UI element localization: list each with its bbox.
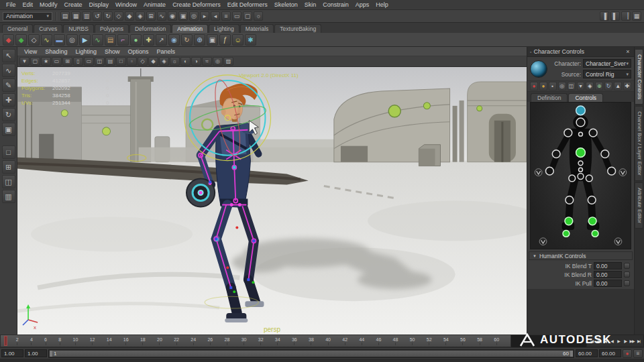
slider-handle-icon[interactable] [624, 272, 630, 278]
shelf-set-breakdown-icon[interactable]: ◆ [15, 34, 27, 46]
undo-icon[interactable]: ↺ [93, 11, 102, 21]
menu-item[interactable]: Skin [301, 1, 320, 8]
layout-single-pane[interactable]: □ [2, 145, 15, 159]
new-scene-icon[interactable]: ▤ [60, 11, 70, 21]
viewport-menu-item[interactable]: Lighting [71, 48, 101, 55]
textured-icon[interactable]: ◈ [159, 57, 169, 66]
shelf-driven-key-icon[interactable]: ◇ [28, 34, 40, 46]
shelf-aim-constraint-icon[interactable]: ⊕ [194, 34, 205, 46]
playback-end-field[interactable]: 60.00 [599, 349, 621, 357]
step-forward-key-button[interactable]: ▶▶ [629, 339, 635, 343]
viewport-menu-item[interactable]: Shading [41, 48, 71, 55]
key-full-body-icon[interactable]: ● [530, 82, 538, 90]
rig-joint-left-ankle[interactable] [565, 217, 573, 225]
construction-history-icon[interactable]: ≡ [221, 11, 231, 21]
viewport-menu-item[interactable]: Show [101, 48, 124, 55]
source-select[interactable]: Control Rig ▾ [583, 70, 631, 78]
rig-joint-chest[interactable] [576, 148, 586, 158]
isolate-select-icon[interactable]: ◎ [213, 57, 223, 66]
value-field[interactable]: 0.00 [594, 262, 622, 269]
camera-select-icon[interactable]: ▼ [19, 57, 30, 66]
rig-joint-left-shoulder[interactable] [564, 129, 572, 137]
film-gate-icon[interactable]: ▯ [73, 57, 83, 66]
ik-fk-blend-icon[interactable]: ◈ [586, 82, 594, 90]
shelf-character-icon[interactable]: ☺ [232, 34, 244, 46]
attribute-editor-toggle-icon[interactable]: ▐ [600, 11, 609, 21]
open-scene-icon[interactable]: ▦ [71, 11, 80, 21]
slider-handle-icon[interactable] [624, 263, 630, 269]
character-select[interactable]: Character_Sven ▾ [583, 59, 631, 68]
shelf-parent-icon[interactable]: ↗ [156, 34, 167, 46]
menu-item[interactable]: Help [372, 1, 392, 8]
value-field[interactable]: 0.00 [594, 271, 622, 278]
character-rig-picker[interactable] [530, 102, 631, 249]
shelf-tab[interactable]: Animation [172, 24, 208, 33]
animation-end-field[interactable]: 60.00 [576, 349, 598, 357]
menu-item[interactable]: Skeleton [271, 1, 301, 8]
menu-item[interactable]: Constrain [319, 1, 352, 8]
bookmarks-icon[interactable]: ★ [41, 57, 51, 66]
layout-two-pane[interactable]: ◫ [2, 175, 15, 188]
layout-outliner-pane[interactable]: ▥ [2, 190, 15, 203]
image-plane-icon[interactable]: ▭ [52, 57, 62, 66]
menu-set-dropdown[interactable]: Animation▾ [3, 12, 52, 21]
shelf-tab[interactable]: Polygons [95, 24, 129, 33]
time-slider[interactable]: 2468101214161820222426283032343638404244… [0, 335, 511, 347]
workspace-toggle-icon[interactable]: ▦ [632, 11, 641, 21]
shelf-tab[interactable]: TextureBaking [274, 24, 321, 33]
panel-tab[interactable]: Controls [568, 93, 603, 102]
viewport-menu-item[interactable]: Panels [152, 48, 179, 55]
snap-plane-icon[interactable]: ▣ [178, 11, 188, 21]
ipr-render-icon[interactable]: ▢ [243, 11, 252, 21]
humanik-controls-section[interactable]: ▼ HumanIK Controls [529, 251, 633, 260]
menu-item[interactable]: Animate [140, 1, 169, 8]
auto-keyframe-button[interactable]: ● [623, 349, 632, 358]
viewport-menu-item[interactable]: View [20, 48, 41, 55]
playback-start-field[interactable]: 1.00 [1, 349, 23, 357]
shelf-playblast-icon[interactable]: ▶ [79, 34, 91, 46]
gate-mask-icon[interactable]: ◫ [95, 57, 105, 66]
rig-joint-head-effector[interactable] [576, 106, 586, 115]
rig-joint-left-knee[interactable] [566, 196, 574, 204]
rig-joint-right-knee[interactable] [588, 196, 596, 204]
key-body-part-icon[interactable]: ● [539, 82, 547, 90]
grid-toggle-icon[interactable]: ⊞ [62, 57, 72, 66]
pin-translate-icon[interactable]: ⊕ [595, 82, 603, 90]
select-all-effectors-icon[interactable]: ▪ [549, 82, 557, 90]
lock-icon[interactable]: ▲ [614, 82, 622, 90]
rig-joint-right-elbow[interactable] [601, 150, 609, 158]
rotate-tool[interactable]: ↻ [2, 108, 15, 121]
render-settings-icon[interactable]: ☼ [254, 11, 263, 21]
output-connections-icon[interactable]: ◂ [211, 11, 220, 21]
shelf-tab[interactable]: Lighting [209, 24, 239, 33]
close-icon[interactable]: × [625, 48, 631, 55]
wireframe-icon[interactable]: ◇ [138, 57, 148, 66]
rig-joint-left-wrist[interactable] [545, 167, 553, 175]
pin-rotate-icon[interactable]: ↻ [604, 82, 612, 90]
layout-four-pane[interactable]: ⊞ [2, 160, 15, 174]
shelf-constraint-icon[interactable]: ✚ [143, 34, 154, 46]
go-to-end-button[interactable]: ▶| [636, 339, 642, 343]
make-live-icon[interactable]: ◎ [189, 11, 199, 21]
rig-joint-right-wrist[interactable] [608, 167, 616, 175]
shelf-scale-constraint-icon[interactable]: ▣ [207, 34, 218, 46]
menu-item[interactable]: File [3, 1, 19, 8]
input-connections-icon[interactable]: ▸ [200, 11, 209, 21]
save-scene-icon[interactable]: ▥ [82, 11, 91, 21]
shelf-ik-handle-icon[interactable]: ⌐ [117, 34, 129, 46]
rig-joint-left-elbow[interactable] [552, 150, 560, 158]
rig-joint-root[interactable] [578, 174, 584, 180]
menu-item[interactable]: Create Deformers [169, 1, 224, 8]
play-forward-button[interactable]: ▶ [616, 339, 622, 343]
animation-preferences-button[interactable]: ≡ [633, 349, 643, 358]
select-tool[interactable]: ↖ [2, 49, 15, 62]
menu-item[interactable]: Window [112, 1, 140, 8]
safe-action-icon[interactable]: □ [116, 57, 126, 66]
redo-icon[interactable]: ↻ [103, 11, 113, 21]
viewport-menu-item[interactable]: Options [123, 48, 152, 55]
rig-joint-right-toe[interactable] [592, 231, 598, 237]
viewport-canvas[interactable]: x Verts: 207739 0 Edges: [17, 67, 527, 335]
scale-tool[interactable]: ▣ [2, 123, 15, 136]
snap-curve-icon[interactable]: ∿ [157, 11, 166, 21]
current-frame-indicator[interactable] [4, 336, 7, 346]
